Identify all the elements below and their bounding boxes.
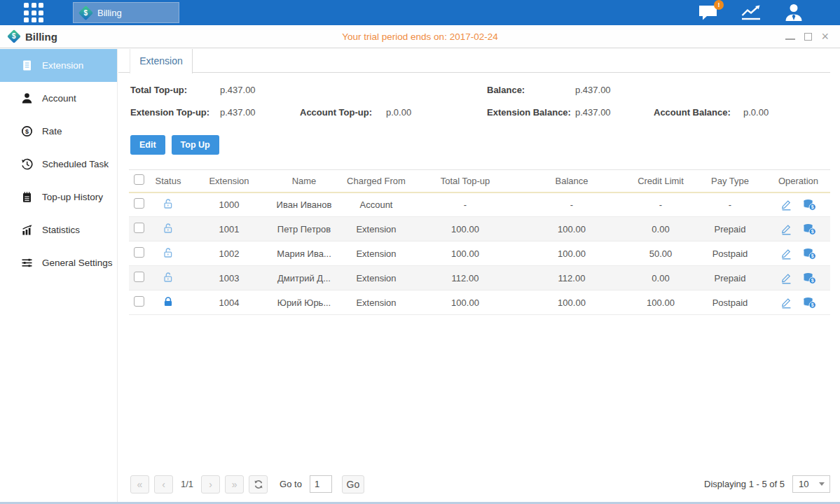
cell-charged-from: Extension — [338, 241, 415, 266]
first-page-button[interactable]: « — [130, 475, 149, 493]
col-operation: Operation — [766, 170, 830, 192]
billing-app-icon: $ — [78, 5, 93, 20]
cell-charged-from: Extension — [338, 217, 415, 241]
sidebar-item-topup-history[interactable]: Top-up History — [0, 181, 117, 214]
edit-row-icon[interactable] — [780, 223, 792, 235]
goto-page-input[interactable] — [310, 475, 332, 493]
col-extension: Extension — [188, 170, 270, 192]
maximize-button[interactable] — [804, 33, 812, 41]
cell-extension: 1001 — [188, 217, 270, 241]
cell-pay-type: Postpaid — [694, 290, 766, 315]
top-up-button[interactable]: Top Up — [172, 135, 219, 155]
svg-text:$: $ — [811, 302, 814, 308]
apps-grid-icon[interactable] — [24, 3, 43, 22]
sidebar-item-label: Statistics — [42, 225, 80, 235]
sidebar-item-extension[interactable]: Extension — [0, 49, 117, 82]
lock-status-icon[interactable] — [163, 296, 174, 307]
refresh-button[interactable] — [249, 475, 268, 493]
select-all-checkbox[interactable] — [134, 174, 144, 185]
sidebar-item-statistics[interactable]: Statistics — [0, 214, 117, 246]
cell-extension: 1002 — [188, 241, 270, 266]
account-balance-value: p.0.00 — [743, 107, 840, 118]
cell-pay-type: - — [694, 192, 766, 217]
lock-status-icon[interactable] — [163, 272, 174, 283]
col-credit-limit: Credit Limit — [628, 170, 694, 192]
cell-credit-limit: 50.00 — [628, 241, 694, 266]
col-total-topup: Total Top-up — [415, 170, 516, 192]
svg-text:$: $ — [25, 128, 29, 135]
row-checkbox[interactable] — [134, 247, 144, 258]
cell-total-topup: - — [415, 192, 516, 217]
window-title-bar: $ Billing Your trial period ends on: 201… — [0, 25, 840, 48]
page-size-select[interactable]: 10 — [792, 475, 830, 493]
sidebar: Extension Account $ Rate — [0, 49, 118, 502]
main-content: Extension Total Top-up: p.437.00 Balance… — [118, 49, 840, 502]
top-up-row-icon[interactable]: $ — [803, 248, 816, 260]
extension-topup-label: Extension Top-up: — [130, 107, 220, 118]
billing-window-icon: $ — [7, 29, 21, 43]
cell-total-topup: 100.00 — [415, 241, 516, 266]
cell-extension: 1004 — [188, 290, 270, 315]
lock-status-icon[interactable] — [163, 198, 174, 209]
row-checkbox[interactable] — [134, 296, 144, 307]
clock-icon — [21, 158, 33, 170]
trial-notice: Your trial period ends on: 2017-02-24 — [0, 31, 840, 42]
minimize-button[interactable] — [785, 34, 795, 40]
sliders-icon — [21, 257, 33, 269]
cell-extension: 1003 — [188, 266, 270, 290]
top-up-row-icon[interactable]: $ — [803, 223, 816, 235]
cell-pay-type: Prepaid — [694, 217, 766, 241]
coin-icon: $ — [21, 125, 33, 137]
cell-name: Юрий Юрь... — [270, 290, 338, 315]
cell-balance: - — [516, 192, 628, 217]
last-page-button[interactable]: » — [225, 475, 244, 493]
user-icon[interactable] — [784, 3, 804, 22]
cell-name: Иван Иванов — [270, 192, 338, 217]
cell-charged-from: Extension — [338, 266, 415, 290]
cell-name: Мария Ива... — [270, 241, 338, 266]
edit-row-icon[interactable] — [780, 272, 792, 284]
extension-topup-value: p.437.00 — [220, 107, 300, 118]
cell-balance: 100.00 — [516, 241, 628, 266]
edit-row-icon[interactable] — [780, 248, 792, 260]
extension-balance-value: p.437.00 — [575, 107, 654, 118]
row-checkbox[interactable] — [134, 198, 144, 209]
edit-row-icon[interactable] — [780, 199, 792, 211]
row-checkbox[interactable] — [134, 272, 144, 282]
messages-icon[interactable]: ! — [698, 4, 718, 22]
col-pay-type: Pay Type — [694, 170, 766, 192]
sidebar-item-account[interactable]: Account — [0, 82, 117, 115]
close-button[interactable]: × — [821, 31, 829, 42]
cell-name: Петр Петров — [270, 217, 338, 241]
sidebar-item-label: Rate — [42, 126, 62, 136]
next-page-button[interactable]: › — [201, 475, 220, 493]
cell-pay-type: Prepaid — [694, 266, 766, 290]
app-window: $ Billing ! — [0, 0, 840, 504]
window-title: Billing — [25, 31, 57, 43]
goto-label: Go to — [280, 479, 302, 489]
tab-extension[interactable]: Extension — [130, 49, 193, 74]
edit-row-icon[interactable] — [780, 297, 792, 309]
prev-page-button[interactable]: ‹ — [154, 475, 173, 493]
cell-total-topup: 100.00 — [415, 217, 516, 241]
row-checkbox[interactable] — [134, 223, 144, 233]
page-indicator: 1/1 — [178, 479, 196, 489]
person-icon — [21, 92, 33, 104]
lock-status-icon[interactable] — [163, 223, 174, 234]
edit-button[interactable]: Edit — [130, 135, 165, 155]
lock-status-icon[interactable] — [163, 247, 174, 258]
top-up-row-icon[interactable]: $ — [803, 297, 816, 309]
cell-charged-from: Account — [338, 192, 415, 217]
sidebar-item-general-settings[interactable]: General Settings — [0, 246, 117, 279]
chevron-down-icon — [819, 482, 825, 486]
top-up-row-icon[interactable]: $ — [803, 272, 816, 284]
top-up-row-icon[interactable]: $ — [803, 199, 816, 211]
billing-app-tab[interactable]: $ Billing — [73, 2, 179, 23]
billing-app-tab-label: Billing — [97, 8, 122, 18]
sidebar-item-scheduled-task[interactable]: Scheduled Task — [0, 148, 117, 181]
chart-icon[interactable] — [741, 4, 762, 21]
displaying-text: Displaying 1 - 5 of 5 — [704, 479, 785, 489]
notepad-icon — [21, 191, 33, 203]
sidebar-item-rate[interactable]: $ Rate — [0, 115, 117, 148]
go-button[interactable]: Go — [342, 475, 364, 493]
